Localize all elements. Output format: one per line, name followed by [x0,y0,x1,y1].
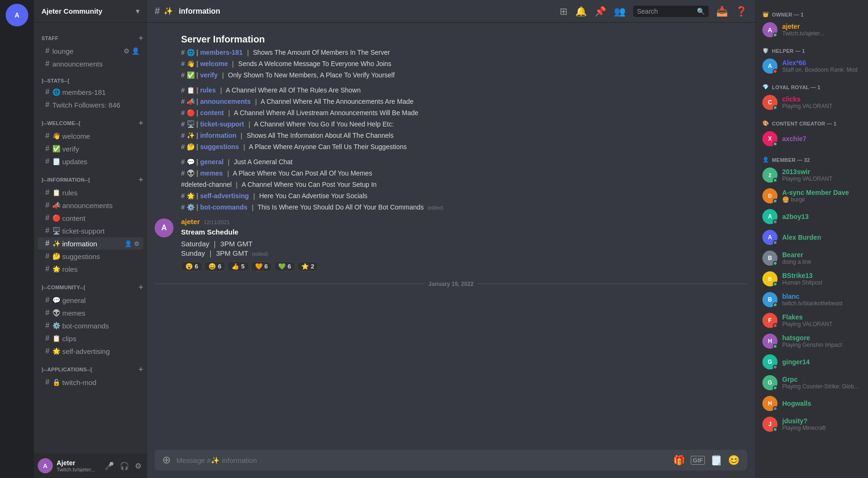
channel-link-rules[interactable]: rules [200,86,215,94]
header-actions: ⊞ 🔔 📌 👥 🔍 📥 ❓ [560,6,747,17]
settings-user-icon[interactable]: ⚙ [133,460,143,472]
channel-item-verify[interactable]: # ✅ verify [38,143,143,155]
add-channel-welcome-icon[interactable]: + [138,119,143,127]
reaction-6[interactable]: ⭐2 [297,261,318,271]
channel-link-announcements[interactable]: announcements [200,98,250,105]
person-icon-information[interactable]: 👤 [124,240,132,247]
channel-item-information[interactable]: # ✨ information 👤 ⚙ [38,237,143,250]
member-item-bearer[interactable]: B Bearer doing a line [759,248,864,268]
member-item-async-dave[interactable]: D A-sync Member Dave 🍔 burgir [759,185,864,206]
member-status-async-dave: 🍔 burgir [782,196,860,203]
category-information[interactable]: }--INFORMATION--[ + [34,168,147,186]
channel-item-clips[interactable]: # 📋 clips [38,332,143,344]
person-icon-lounge[interactable]: 👤 [132,47,140,55]
member-item-a2boy13[interactable]: A a2boy13 [759,206,864,227]
member-item-ajeter[interactable]: A ajeter Twitch.tv/ajeter... [759,19,864,40]
server-icon[interactable]: A [6,4,28,26]
channel-item-memes[interactable]: # 👽 memes [38,307,143,319]
channel-link-self-advertising[interactable]: self-advertising [200,192,248,200]
member-item-flakes[interactable]: F Flakes Playing VALORANT [759,310,864,331]
member-item-clicks[interactable]: C clicks Playing VALORANT [759,92,864,113]
add-channel-community-icon[interactable]: + [138,283,143,292]
emoji-icon[interactable]: 😊 [728,454,740,466]
member-item-bstrike13[interactable]: B BStrike13 Human Shitpost [759,268,864,289]
member-item-alex66[interactable]: A Alex*66 Staff on, Boxdoom Rank: Mod [759,56,864,76]
member-item-2013swir[interactable]: 2 2013swir Playing VALORANT [759,165,864,185]
add-channel-staff-icon[interactable]: + [138,34,143,42]
channel-item-general[interactable]: # 💬 general [38,294,143,306]
channel-item-twitch-mod[interactable]: # 🔒 twitch-mod [38,376,143,388]
add-channel-apps-icon[interactable]: + [138,365,143,374]
hash-header-icon[interactable]: ⊞ [560,6,568,17]
channel-link-members[interactable]: members-181 [200,49,242,56]
channel-item-rules[interactable]: # 📋 rules [38,186,143,199]
add-file-button[interactable]: ⊕ [162,454,171,466]
message-input[interactable] [176,451,668,470]
member-item-grpc[interactable]: G Grpc Playing Counter-Strike: Global ..… [759,372,864,393]
member-item-ginger14[interactable]: G ginger14 [759,352,864,372]
inbox-icon[interactable]: 📥 [716,6,728,17]
member-item-blanc[interactable]: B blanc twitch.tv/blankothebeast [759,289,864,310]
channel-item-suggestions[interactable]: # 🤔 suggestions [38,250,143,262]
reaction-4[interactable]: 🧡6 [251,261,272,271]
reaction-2[interactable]: 😄6 [204,261,225,271]
help-icon[interactable]: ❓ [736,6,747,17]
channel-item-ticket-support[interactable]: # 🖥️ ticket-support [38,225,143,237]
message-author-ajeter[interactable]: ajeter [181,218,200,226]
channel-header-name: information [179,7,220,16]
channel-item-lounge[interactable]: # lounge ⚙ 👤 [38,45,143,57]
member-item-alex-burden[interactable]: A Alex Burden [759,227,864,248]
category-stats[interactable]: }--STATS--[ [34,70,147,85]
settings-icon-information[interactable]: ⚙ [134,240,140,247]
channel-link-memes[interactable]: memes [200,169,223,177]
category-community[interactable]: }--COMMUNITY--[ + [34,276,147,294]
category-welcome[interactable]: }--WELCOME--[ + [34,111,147,129]
category-staff[interactable]: STAFF + [34,26,147,44]
channel-item-roles[interactable]: # 🌟 roles [38,263,143,275]
member-item-jdusity[interactable]: J jdusity? Playing Minecraft [759,414,864,435]
member-item-axchie7[interactable]: X axchie7 [759,128,864,149]
category-applications[interactable]: }--APPLICATIONS--[ + [34,358,147,376]
channel-item-content[interactable]: # 🔴 content [38,212,143,224]
channel-item-bot-commands[interactable]: # ⚙️ bot-commands [38,319,143,332]
channel-link-suggestions[interactable]: suggestions [200,143,239,151]
channel-link-bot-commands[interactable]: bot-commands [200,203,247,211]
channel-item-updates[interactable]: # 🗒️ updates [38,155,143,168]
channel-item-self-advertising[interactable]: # 🌟 self-advertising [38,345,143,357]
channel-name-twitch-mod: twitch-mod [62,378,140,386]
members-icon[interactable]: 👥 [614,6,626,17]
server-info-header: Server Information [147,30,755,47]
channel-item-announcements-staff[interactable]: # announcements [38,58,143,70]
reaction-3[interactable]: 👍5 [227,261,248,271]
channel-link-verify[interactable]: verify [200,71,217,79]
member-avatar-ajeter: A [762,22,777,37]
channel-link-information[interactable]: information [200,132,236,139]
settings-icon-lounge[interactable]: ⚙ [124,47,130,55]
channel-link-ticket[interactable]: ticket-support [200,120,244,128]
channel-link-welcome[interactable]: welcome [200,60,228,67]
microphone-icon[interactable]: 🎤 [103,460,116,472]
hash-icon: # [45,226,50,235]
member-name-async-dave: A-sync Member Dave [782,189,860,196]
channel-item-welcome[interactable]: # 👋 welcome [38,130,143,142]
search-bar[interactable]: 🔍 [633,6,709,17]
reaction-1[interactable]: 😮6 [181,261,202,271]
pin-icon[interactable]: 📌 [595,6,606,17]
channel-link-general[interactable]: general [200,158,223,166]
channel-item-announcements[interactable]: # 📣 announcements [38,199,143,211]
channel-link-content[interactable]: content [200,109,224,117]
add-channel-info-icon[interactable]: + [138,176,143,184]
sticker-icon[interactable]: 🗒️ [711,454,722,466]
headphone-icon[interactable]: 🎧 [118,460,131,472]
gift-icon[interactable]: 🎁 [673,454,685,466]
reaction-5[interactable]: 💚6 [274,261,295,271]
bell-icon[interactable]: 🔔 [575,6,587,17]
channel-item-members[interactable]: # 🌐 members-181 [38,86,143,98]
member-item-hogwalls[interactable]: H Hogwalls [759,393,864,414]
helper-icon: 🛡️ [762,48,769,54]
search-input[interactable] [637,8,693,15]
server-header[interactable]: Ajeter Community ▾ [34,0,147,23]
gif-icon[interactable]: GIF [691,456,705,465]
user-area: A Ajeter Twitch.tv/ajeter... 🎤 🎧 ⚙ [34,453,147,478]
member-item-hatsgore[interactable]: H hatsgore Playing Genshin Impact [759,331,864,352]
